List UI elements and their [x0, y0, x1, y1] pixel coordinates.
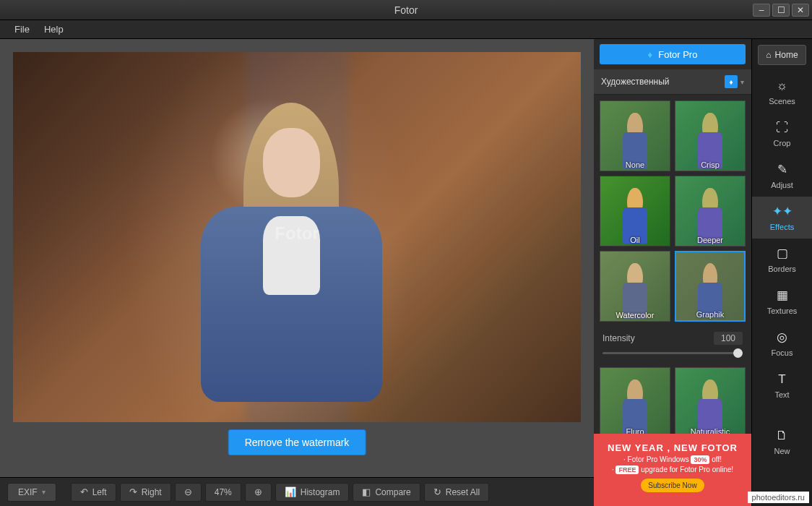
promo-banner[interactable]: NEW YEAR , NEW FOTOR · Fotor Pro Windows… — [594, 434, 751, 506]
slider-handle[interactable] — [733, 348, 743, 358]
home-icon: ⌂ — [766, 50, 771, 60]
filter-thumb-graphik[interactable]: Graphik — [675, 251, 746, 322]
canvas-image[interactable]: Fotor — [13, 52, 581, 422]
histogram-button[interactable]: 📊Histogram — [275, 483, 350, 502]
rotate-left-icon: ↶ — [80, 486, 88, 497]
chevron-down-icon: ▾ — [740, 78, 744, 86]
minimize-button[interactable]: – — [753, 4, 770, 17]
menu-file[interactable]: File — [7, 22, 37, 37]
sun-icon: ☼ — [777, 79, 788, 93]
sidebar-focus[interactable]: ◎Focus — [752, 322, 812, 364]
reset-button[interactable]: ↻Reset All — [424, 483, 489, 502]
sidebar-new[interactable]: 🗋New — [752, 421, 812, 463]
text-icon: T — [778, 372, 785, 387]
exif-button[interactable]: EXIF▾ — [7, 483, 56, 502]
sidebar-scenes[interactable]: ☼Scenes — [752, 71, 812, 113]
titlebar: Fotor – ☐ ✕ — [0, 0, 812, 20]
window-controls: – ☐ ✕ — [753, 4, 809, 17]
pencil-icon: ✎ — [777, 162, 787, 177]
category-art[interactable]: Художественный ♦▾ — [594, 69, 751, 95]
remove-watermark-button[interactable]: Remove the watermark — [228, 429, 366, 455]
crop-icon: ⛶ — [776, 121, 788, 135]
new-icon: 🗋 — [776, 429, 788, 443]
texture-icon: ▦ — [777, 288, 788, 303]
maximize-button[interactable]: ☐ — [772, 4, 790, 17]
sidebar-textures[interactable]: ▦Textures — [752, 280, 812, 322]
subscribe-button[interactable]: Subscribe Now — [641, 479, 704, 492]
diamond-icon: ♦ — [725, 75, 738, 88]
sidebar-text[interactable]: TText — [752, 364, 812, 406]
filter-thumb-none[interactable]: None — [600, 100, 670, 171]
bottom-toolbar: EXIF▾ ↶Left ↷Right ⊖ 47% ⊕ 📊Histogram ◧C… — [0, 477, 594, 506]
close-button[interactable]: ✕ — [792, 4, 809, 17]
attribution: photoeditors.ru — [748, 492, 809, 503]
sidebar-effects[interactable]: ✦✦Effects — [752, 197, 812, 239]
fotor-pro-button[interactable]: ♦ Fotor Pro — [600, 44, 746, 64]
filter-thumb-watercolor[interactable]: Watercolor — [600, 251, 670, 322]
filter-thumb-oil[interactable]: Oil — [600, 176, 670, 246]
right-sidebar: ⌂ Home ☼Scenes ⛶Crop ✎Adjust ✦✦Effects ▢… — [751, 39, 812, 506]
zoom-in-icon: ⊕ — [254, 486, 262, 497]
zoom-out-icon: ⊖ — [184, 486, 192, 497]
filter-thumb-deeper[interactable]: Deeper — [675, 176, 746, 246]
canvas-area: Fotor Remove the watermark EXIF▾ ↶Left ↷… — [0, 39, 594, 506]
menu-help[interactable]: Help — [37, 22, 71, 37]
sidebar-crop[interactable]: ⛶Crop — [752, 113, 812, 155]
filter-panel: ♦ Fotor Pro Художественный ♦▾ None Crisp… — [594, 39, 751, 506]
rotate-right-icon: ↷ — [129, 486, 137, 497]
filter-thumb-fluro[interactable]: Fluro — [600, 367, 670, 438]
border-icon: ▢ — [777, 246, 788, 261]
reset-icon: ↻ — [433, 486, 441, 497]
sparkle-icon: ✦✦ — [772, 204, 792, 219]
intensity-label: Intensity — [602, 333, 635, 343]
diamond-icon: ♦ — [648, 49, 653, 60]
intensity-value[interactable]: 100 — [714, 332, 743, 345]
sidebar-adjust[interactable]: ✎Adjust — [752, 155, 812, 197]
filter-thumb-crisp[interactable]: Crisp — [675, 100, 746, 171]
zoom-in-button[interactable]: ⊕ — [245, 483, 272, 502]
compare-icon: ◧ — [362, 486, 371, 497]
rotate-right-button[interactable]: ↷Right — [120, 483, 171, 502]
intensity-slider[interactable] — [602, 352, 743, 354]
sidebar-borders[interactable]: ▢Borders — [752, 239, 812, 280]
filter-thumb-naturalistic[interactable]: Naturalistic — [675, 367, 746, 438]
menubar: File Help — [0, 20, 812, 39]
zoom-out-button[interactable]: ⊖ — [175, 483, 202, 502]
home-button[interactable]: ⌂ Home — [758, 45, 806, 65]
app-title: Fotor — [394, 4, 418, 16]
focus-icon: ◎ — [777, 330, 787, 345]
watermark: Fotor — [275, 223, 319, 244]
rotate-left-button[interactable]: ↶Left — [71, 483, 116, 502]
zoom-level[interactable]: 47% — [205, 483, 241, 502]
compare-button[interactable]: ◧Compare — [353, 483, 420, 502]
histogram-icon: 📊 — [285, 486, 296, 497]
